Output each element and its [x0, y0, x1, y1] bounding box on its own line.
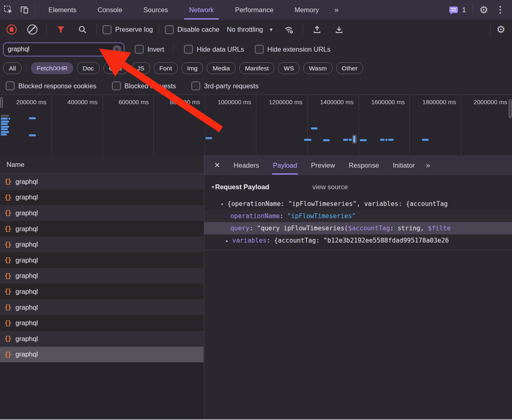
clear-filter-icon[interactable]: ✕: [113, 45, 121, 54]
waterfall-bar: [1, 133, 7, 136]
request-row[interactable]: {}graphql: [0, 190, 203, 206]
filter-chip-all[interactable]: All: [3, 62, 22, 74]
request-row[interactable]: {}graphql: [0, 300, 203, 315]
request-name: graphql: [15, 288, 38, 295]
checkbox-box: [135, 45, 144, 54]
payload-text: :: [280, 212, 287, 220]
tab-memory[interactable]: Memory: [284, 0, 330, 20]
collapse-triangle-icon[interactable]: ▾: [221, 201, 224, 207]
timeline-tick-label: 2000000 ms: [462, 98, 507, 105]
collapse-triangle-icon[interactable]: ▾: [212, 184, 214, 190]
request-row[interactable]: {}graphql: [0, 236, 203, 252]
filter-chip-fetch-xhr[interactable]: Fetch/XHR: [31, 62, 73, 74]
request-row[interactable]: {}graphql: [0, 205, 203, 221]
clear-network-log-icon[interactable]: [27, 24, 37, 35]
details-tab-preview[interactable]: Preview: [304, 155, 342, 175]
waterfall-bar: [29, 134, 36, 136]
tab-performance[interactable]: Performance: [224, 0, 284, 20]
disable-cache-checkbox[interactable]: Disable cache: [165, 25, 220, 34]
divider: [204, 250, 512, 250]
timeline-gridline: [307, 95, 308, 155]
timeline-gridline: [205, 95, 205, 155]
request-row[interactable]: {}graphql: [0, 315, 203, 331]
request-name: graphql: [15, 225, 38, 233]
payload-row[interactable]: ▸variables: {accountTag: "b12e3b2192ee55…: [204, 234, 512, 247]
checkbox-blocked-response-cookies[interactable]: Blocked response cookies: [6, 81, 96, 90]
settings-gear-icon[interactable]: ⚙: [479, 5, 488, 15]
overview-right-handle[interactable]: [509, 99, 512, 118]
import-har-icon[interactable]: [309, 23, 325, 37]
waterfall-bar: [311, 127, 317, 129]
payload-summary-row[interactable]: ▾ {operationName: "ipFlowTimeseries", va…: [204, 198, 512, 210]
inspect-element-icon[interactable]: [0, 3, 16, 17]
hide-data-urls-checkbox[interactable]: Hide data URLs: [184, 45, 244, 54]
checkbox-blocked-requests[interactable]: Blocked requests: [112, 81, 176, 90]
kebab-menu-icon[interactable]: ⋮: [492, 4, 508, 15]
device-toolbar-icon[interactable]: [16, 3, 33, 17]
invert-checkbox[interactable]: Invert: [135, 45, 164, 54]
filter-chip-img[interactable]: Img: [182, 62, 203, 74]
details-tab-response[interactable]: Response: [342, 155, 386, 175]
expand-triangle-icon[interactable]: ▸: [225, 238, 229, 244]
filter-input[interactable]: [3, 43, 124, 56]
filter-chip-js[interactable]: JS: [131, 62, 150, 74]
record-network-log-button[interactable]: [7, 24, 17, 35]
filter-chip-media[interactable]: Media: [207, 62, 235, 74]
timeline-gridline: [103, 95, 103, 155]
request-name: graphql: [15, 256, 38, 264]
filter-chip-ws[interactable]: WS: [278, 62, 300, 74]
request-row[interactable]: {}graphql: [0, 268, 203, 284]
payload-row[interactable]: query: "query ipFlowTimeseries($accountT…: [204, 222, 512, 234]
details-tab-headers[interactable]: Headers: [227, 155, 266, 175]
close-icon[interactable]: ✕: [209, 161, 225, 170]
filter-funnel-icon[interactable]: [53, 23, 69, 37]
filter-chip-font[interactable]: Font: [154, 62, 178, 74]
network-settings-gear-icon[interactable]: ⚙: [497, 24, 505, 35]
filter-chip-css[interactable]: CSS: [103, 62, 128, 74]
name-column-header[interactable]: Name: [0, 155, 203, 174]
hide-extension-urls-checkbox[interactable]: Hide extension URLs: [255, 45, 330, 54]
network-toolbar: Preserve log Disable cache No throttling…: [0, 20, 512, 40]
waterfall-bar: [1, 115, 9, 117]
tab-network[interactable]: Network: [179, 0, 225, 20]
network-overview-timeline[interactable]: 200000 ms400000 ms600000 ms800000 ms1000…: [0, 94, 512, 155]
request-payload-section[interactable]: ▾ Request Payload view source: [204, 181, 512, 193]
request-row[interactable]: {}graphql: [0, 252, 203, 268]
details-tab-payload[interactable]: Payload: [266, 155, 304, 175]
request-row[interactable]: {}graphql: [0, 174, 203, 190]
checkbox-label: Invert: [147, 46, 164, 53]
details-tab-initiator[interactable]: Initiator: [386, 155, 422, 175]
payload-row[interactable]: operationName: "ipFlowTimeseries": [204, 210, 512, 222]
more-tabs-icon[interactable]: »: [329, 5, 343, 14]
filter-chip-other[interactable]: Other: [336, 62, 363, 74]
more-details-tabs-icon[interactable]: »: [422, 161, 433, 170]
preserve-log-checkbox[interactable]: Preserve log: [103, 25, 153, 34]
checkbox-3rd-party-requests[interactable]: 3rd-party requests: [191, 81, 258, 90]
tab-elements[interactable]: Elements: [38, 0, 87, 20]
json-icon: {}: [4, 209, 11, 217]
tab-console[interactable]: Console: [87, 0, 133, 20]
tab-sources[interactable]: Sources: [133, 0, 179, 20]
timeline-tick-label: 800000 ms: [154, 98, 200, 105]
issues-button[interactable]: 1: [449, 6, 466, 14]
filter-chip-doc[interactable]: Doc: [77, 62, 100, 74]
request-row[interactable]: {}graphql: [0, 331, 203, 347]
waterfall-bar: [1, 131, 9, 133]
export-har-icon[interactable]: [331, 23, 347, 37]
filter-chip-wasm[interactable]: Wasm: [303, 62, 332, 74]
waterfall-bar: [1, 118, 8, 120]
waterfall-bar: [1, 123, 8, 125]
search-icon[interactable]: [74, 23, 91, 37]
filter-chip-manifest[interactable]: Manifest: [239, 62, 275, 74]
checkbox-box: [103, 25, 112, 34]
throttling-select[interactable]: No throttling ▼: [225, 26, 275, 33]
view-source-link[interactable]: view source: [313, 183, 348, 191]
request-row[interactable]: {}graphql: [0, 347, 203, 363]
json-icon: {}: [4, 256, 11, 264]
request-row[interactable]: {}graphql: [0, 221, 203, 237]
waterfall-bar: [360, 139, 367, 141]
tabbar-right-controls: 1 ⚙ ⋮: [449, 4, 512, 15]
network-conditions-icon[interactable]: [281, 23, 297, 37]
payload-text: variables: [232, 237, 267, 244]
request-row[interactable]: {}graphql: [0, 284, 203, 300]
